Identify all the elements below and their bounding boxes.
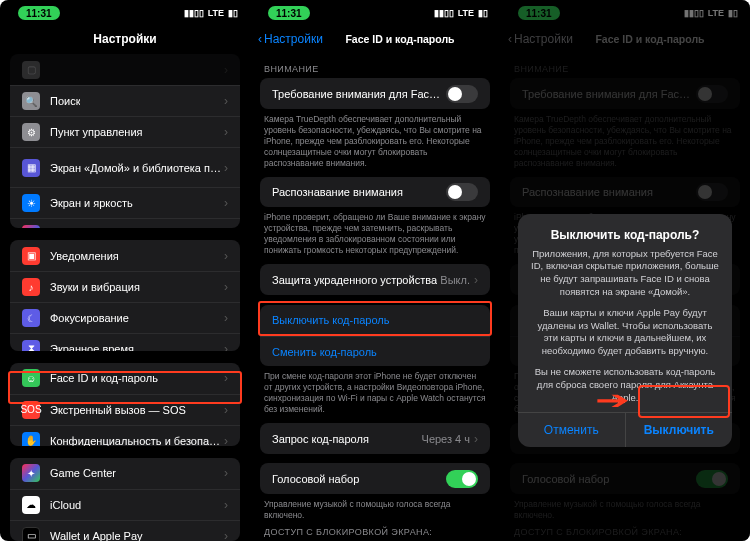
group-require-passcode: Запрос код-пароля Через 4 ч › <box>260 423 490 454</box>
require-passcode-value: Через 4 ч <box>422 433 470 445</box>
clock: 11:31 <box>18 6 60 20</box>
nav-header: Настройки <box>0 24 250 54</box>
back-label: Настройки <box>264 32 323 46</box>
settings-row-search[interactable]: 🔍 Поиск › <box>10 85 240 116</box>
settings-row-home-screen[interactable]: ▦ Экран «Домой» и библиотека приложений … <box>10 147 240 187</box>
settings-row-label: Wallet и Apple Pay <box>50 530 143 541</box>
voice-dial-toggle[interactable] <box>446 470 478 488</box>
network-label: LTE <box>458 8 474 18</box>
icloud-icon: ☁ <box>22 496 40 514</box>
notifications-icon: ▣ <box>22 247 40 265</box>
change-passcode-note: При смене код-пароля этот iPhone не буде… <box>250 366 500 423</box>
placeholder-icon: ▢ <box>22 61 40 79</box>
settings-row-label: Пункт управления <box>50 126 143 138</box>
privacy-icon: ✋ <box>22 432 40 446</box>
section-header-lockscreen: ДОСТУП С БЛОКИРОВКОЙ ЭКРАНА: <box>250 523 500 541</box>
status-bar: 11:31 ▮▮▯▯ LTE ▮▯ <box>250 0 500 24</box>
recognize-attention-row[interactable]: Распознавание внимания <box>260 177 490 208</box>
display-icon: ☀ <box>22 194 40 212</box>
chevron-right-icon: › <box>224 403 228 417</box>
back-button[interactable]: ‹ Настройки <box>258 32 323 46</box>
settings-row-gamecenter[interactable]: ✦ Game Center › <box>10 458 240 489</box>
settings-row-sos[interactable]: SOS Экстренный вызов — SOS › <box>10 394 240 425</box>
battery-icon: ▮▯ <box>478 8 488 18</box>
settings-row-label: Экран «Домой» и библиотека приложений <box>50 162 224 174</box>
status-right: ▮▮▯▯ LTE ▮▯ <box>434 8 488 18</box>
settings-row-label: Экстренный вызов — SOS <box>50 404 186 416</box>
settings-row-privacy[interactable]: ✋ Конфиденциальность и безопасность › <box>10 425 240 446</box>
require-attention-row[interactable]: Требование внимания для Face ID <box>260 78 490 109</box>
voice-dial-row[interactable]: Голосовой набор <box>260 463 490 494</box>
chevron-right-icon: › <box>224 94 228 108</box>
require-passcode-row[interactable]: Запрос код-пароля Через 4 ч › <box>260 423 490 454</box>
settings-row-notifications[interactable]: ▣ Уведомления › <box>10 240 240 271</box>
chevron-right-icon: › <box>474 432 478 446</box>
modal-text-3: Вы не сможете использовать код-пароль дл… <box>530 366 720 404</box>
settings-row-label: Экран и яркость <box>50 197 133 209</box>
faceid-content[interactable]: ВНИМАНИЕ Требование внимания для Face ID… <box>250 54 500 541</box>
settings-content[interactable]: ▢› 🔍 Поиск › ⚙ Пункт управления › ▦ Экра… <box>0 54 250 541</box>
group-passcode-actions: Выключить код-пароль Сменить код-пароль <box>260 305 490 366</box>
group-voice-dial: Голосовой набор <box>260 463 490 494</box>
chevron-right-icon: › <box>224 227 228 228</box>
settings-row-display[interactable]: ☀ Экран и яркость › <box>10 187 240 218</box>
chevron-right-icon: › <box>474 273 478 287</box>
chevron-right-icon: › <box>224 371 228 385</box>
turn-off-passcode-row[interactable]: Выключить код-пароль <box>260 305 490 336</box>
voice-dial-note: Управление музыкой с помощью голоса всег… <box>250 494 500 523</box>
settings-row-focus[interactable]: ☾ Фокусирование › <box>10 302 240 333</box>
confirm-button[interactable]: Выключить <box>625 413 733 447</box>
signal-icon: ▮▮▯▯ <box>184 8 204 18</box>
settings-row-label: Конфиденциальность и безопасность <box>50 435 224 446</box>
cancel-button[interactable]: Отменить <box>518 413 625 447</box>
settings-row-faceid[interactable]: ☺ Face ID и код-пароль › <box>10 363 240 394</box>
settings-row-label: Face ID и код-пароль <box>50 372 158 384</box>
phone-faceid-modal: 11:31 ▮▮▯▯ LTE ▮▯ ‹ Настройки Face ID и … <box>500 0 750 541</box>
group-attention: Требование внимания для Face ID <box>260 78 490 109</box>
signal-icon: ▮▮▯▯ <box>434 8 454 18</box>
section-header-attention: ВНИМАНИЕ <box>250 54 500 78</box>
clock: 11:31 <box>268 6 310 20</box>
settings-group-security: ☺ Face ID и код-пароль › SOS Экстренный … <box>10 363 240 446</box>
settings-row-icloud[interactable]: ☁ iCloud › <box>10 489 240 520</box>
require-passcode-label: Запрос код-пароля <box>272 433 369 445</box>
battery-icon: ▮▯ <box>228 8 238 18</box>
chevron-right-icon: › <box>224 63 228 77</box>
settings-row-hidden[interactable]: ▢› <box>10 54 240 85</box>
stolen-device-row[interactable]: Защита украденного устройства Выкл. › <box>260 264 490 295</box>
group-stolen: Защита украденного устройства Выкл. › <box>260 264 490 295</box>
status-right: ▮▮▯▯ LTE ▮▯ <box>184 8 238 18</box>
stolen-device-label: Защита украденного устройства <box>272 274 437 286</box>
home-screen-icon: ▦ <box>22 159 40 177</box>
chevron-right-icon: › <box>224 196 228 210</box>
require-attention-note: Камера TrueDepth обеспечивает дополнител… <box>250 109 500 177</box>
page-title: Настройки <box>93 32 156 46</box>
settings-row-label: Экранное время <box>50 343 134 351</box>
chevron-right-icon: › <box>224 280 228 294</box>
settings-row-control-center[interactable]: ⚙ Пункт управления › <box>10 116 240 147</box>
group-recognize: Распознавание внимания <box>260 177 490 208</box>
settings-group-top: ▢› 🔍 Поиск › ⚙ Пункт управления › ▦ Экра… <box>10 54 240 228</box>
require-attention-toggle[interactable] <box>446 85 478 103</box>
chevron-right-icon: › <box>224 529 228 541</box>
chevron-right-icon: › <box>224 342 228 351</box>
modal-backdrop: Выключить код-пароль? Приложения, для ко… <box>500 0 750 541</box>
stolen-device-value: Выкл. <box>440 274 470 286</box>
settings-row-label: Game Center <box>50 467 116 479</box>
spacer <box>250 454 500 464</box>
settings-row-label: Уведомления <box>50 250 119 262</box>
chevron-right-icon: › <box>224 466 228 480</box>
chevron-right-icon: › <box>224 249 228 263</box>
settings-row-siri[interactable]: ◉ Siri › <box>10 218 240 228</box>
recognize-attention-toggle[interactable] <box>446 183 478 201</box>
change-passcode-row[interactable]: Сменить код-пароль <box>260 336 490 366</box>
chevron-right-icon: › <box>224 161 228 175</box>
chevron-right-icon: › <box>224 498 228 512</box>
chevron-left-icon: ‹ <box>258 32 262 46</box>
settings-row-wallet[interactable]: ▭ Wallet и Apple Pay › <box>10 520 240 541</box>
sos-icon: SOS <box>22 401 40 419</box>
recognize-attention-note: iPhone проверит, обращено ли Ваше вниман… <box>250 207 500 264</box>
settings-row-sounds[interactable]: ♪ Звуки и вибрация › <box>10 271 240 302</box>
confirm-dialog: Выключить код-пароль? Приложения, для ко… <box>518 214 732 448</box>
settings-row-screentime[interactable]: ⧗ Экранное время › <box>10 333 240 351</box>
